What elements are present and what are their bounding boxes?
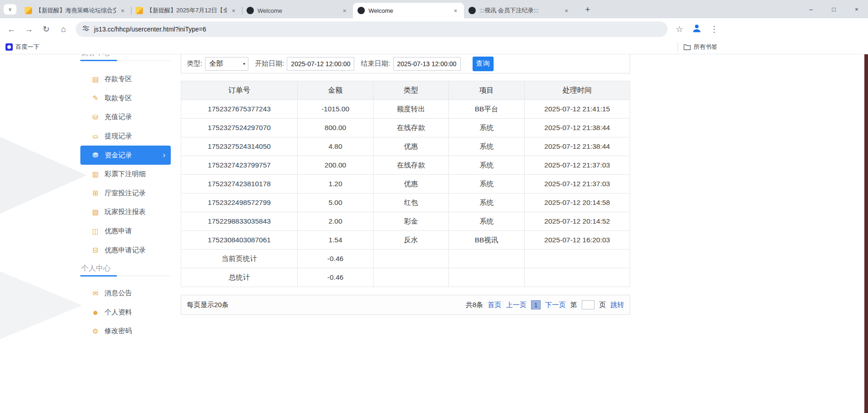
sidebar-item-lottery-bet-details[interactable]: ▥彩票下注明细	[80, 165, 171, 184]
tab-close-icon[interactable]: ×	[563, 7, 570, 15]
first-page-link[interactable]: 首页	[488, 301, 501, 309]
forward-arrow-icon: →	[25, 25, 33, 34]
new-tab-button[interactable]: +	[582, 4, 594, 15]
table-cell: 2025-07-12 21:38:44	[525, 119, 630, 137]
tab-close-icon[interactable]: ×	[119, 7, 126, 15]
tab-welcome-2[interactable]: Welcome×	[353, 3, 464, 18]
table-cell: 系统	[449, 137, 525, 156]
sidebar-item-recharge-records[interactable]: ⛁充值记录	[80, 108, 171, 127]
address-bar[interactable]: js13.cc/hhcp/usercenter.html?iniType=6	[76, 21, 668, 37]
tab-video-bet-records[interactable]: :::视讯 会员下注纪录:::×	[464, 3, 575, 18]
table-cell: -1015.00	[298, 100, 374, 119]
browser-menu-button[interactable]: ⋮	[706, 21, 722, 37]
tab-welcome-1[interactable]: Welcome×	[242, 3, 353, 18]
person-icon: ☻	[91, 308, 100, 316]
table-summary-cell: -0.46	[298, 268, 374, 287]
sidebar-item-label: 个人资料	[105, 308, 132, 317]
tab-title: 【新提醒】海燕策略论坛综合交	[36, 6, 116, 15]
table-cell: 1752327423799757	[181, 156, 298, 175]
close-button[interactable]: ×	[845, 0, 868, 18]
sidebar-item-deposit-zone[interactable]: ▤存款专区	[80, 70, 171, 89]
table-cell: 额度转出	[374, 100, 449, 119]
main-content: 类型: 全部 ▾ 开始日期: 结束日期: 查询 订单号金额类型项目处理时间175…	[181, 54, 630, 315]
table-cell: 彩金	[374, 212, 449, 231]
table-summary-cell: 总统计	[181, 268, 298, 287]
tab-forum-notice-1[interactable]: 【新提醒】海燕策略论坛综合交×	[20, 3, 131, 18]
sidebar-item-profile[interactable]: ☻个人资料	[80, 303, 171, 322]
page-jump-input[interactable]	[582, 300, 594, 309]
table-cell: 2025-07-12 16:20:03	[525, 231, 630, 250]
star-icon: ☆	[676, 24, 683, 34]
table-summary-cell	[449, 268, 525, 287]
site-settings-icon[interactable]	[82, 25, 89, 34]
forward-button[interactable]: →	[21, 21, 37, 37]
table-cell: 红包	[374, 193, 449, 212]
bookmark-label: 百度一下	[16, 43, 39, 51]
sidebar-item-hall-bet-records[interactable]: ⊞厅室投注记录	[80, 184, 171, 203]
type-select[interactable]: 全部 ▾	[205, 57, 248, 71]
query-button[interactable]: 查询	[473, 57, 494, 71]
minimize-icon: –	[809, 6, 812, 13]
jump-link[interactable]: 跳转	[610, 301, 624, 309]
end-date-input[interactable]	[393, 57, 461, 71]
sidebar-item-player-bet-report[interactable]: ▧玩家投注报表	[80, 203, 171, 222]
maximize-button[interactable]: □	[822, 0, 845, 18]
tab-title: :::视讯 会员下注纪录:::	[479, 6, 560, 15]
type-select-value: 全部	[209, 59, 223, 68]
sidebar-item-withdraw-zone[interactable]: ✎取款专区	[80, 89, 171, 108]
table-summary-cell: -0.46	[298, 250, 374, 268]
sidebar-item-label: 取款专区	[105, 94, 132, 103]
table-cell: 2025-07-12 20:14:52	[525, 212, 630, 231]
sidebar-item-funds-records[interactable]: ⛃资金记录›	[80, 146, 171, 165]
table-cell: 1.54	[298, 231, 374, 250]
navigation-bar: ← → ↻ ⌂ js13.cc/hhcp/usercenter.html?ini…	[0, 18, 868, 40]
table-cell: 1752327524314050	[181, 137, 298, 156]
bookmark-item-baidu[interactable]: 百度一下	[5, 43, 39, 51]
tab-forum-notice-2[interactable]: 【新提醒】2025年7月12日【全×	[131, 3, 242, 18]
next-page-link[interactable]: 下一页	[545, 301, 566, 309]
sidebar-item-change-password[interactable]: ⚙修改密码	[80, 322, 171, 341]
maximize-icon: □	[832, 6, 836, 13]
ticket-icon: ◫	[91, 227, 100, 235]
minimize-button[interactable]: –	[800, 0, 822, 18]
tab-search-button[interactable]: ∨	[4, 4, 16, 15]
sidebar-item-promo-application-records[interactable]: ⊟优惠申请记录	[80, 240, 171, 260]
tab-strip: ∨ 【新提醒】海燕策略论坛综合交×【新提醒】2025年7月12日【全×Welco…	[0, 0, 868, 18]
section-title-text: 个人中心	[81, 264, 110, 273]
section-underline-accent	[80, 60, 117, 61]
background-shape	[0, 262, 82, 349]
url-text[interactable]: js13.cc/hhcp/usercenter.html?iniType=6	[94, 26, 206, 33]
profile-button[interactable]	[689, 21, 705, 37]
page-background-strip	[864, 54, 868, 413]
tab-close-icon[interactable]: ×	[452, 7, 459, 15]
sidebar-item-messages[interactable]: ✉消息公告	[80, 284, 171, 303]
tab-close-icon[interactable]: ×	[230, 7, 237, 15]
all-bookmarks-label: 所有书签	[694, 43, 717, 51]
table-cell: 1752322498572799	[181, 193, 298, 212]
all-bookmarks-button[interactable]: 所有书签	[678, 42, 717, 52]
start-date-input[interactable]	[287, 57, 354, 71]
bookmark-star-button[interactable]: ☆	[672, 21, 687, 37]
back-arrow-icon: ←	[7, 25, 16, 34]
prev-page-link[interactable]: 上一页	[506, 301, 526, 309]
per-page-label: 每页显示20条	[187, 301, 229, 309]
current-page-indicator[interactable]: 1	[531, 300, 541, 309]
sidebar-item-withdrawal-records[interactable]: ⛀提现记录	[80, 127, 171, 146]
table-cell: 1.20	[298, 175, 374, 193]
home-button[interactable]: ⌂	[56, 21, 71, 37]
reload-button[interactable]: ↻	[38, 21, 54, 37]
dark-site-logo-icon	[468, 7, 476, 14]
table-cell: 1752327524297070	[181, 119, 298, 137]
sidebar-item-promo-application[interactable]: ◫优惠申请	[80, 222, 171, 241]
tab-close-icon[interactable]: ×	[341, 7, 348, 15]
total-count-label: 共8条	[466, 301, 483, 309]
plus-icon: +	[585, 5, 590, 15]
table-cell: 2.00	[298, 212, 374, 231]
sidebar-item-label: 厅室投注记录	[105, 189, 146, 198]
section-title-text: 财务中心	[81, 54, 110, 58]
sidebar-item-label: 玩家投注报表	[105, 208, 146, 216]
dark-site-logo-icon	[247, 7, 254, 14]
back-button[interactable]: ←	[4, 21, 19, 37]
tab-title: Welcome	[258, 7, 338, 14]
table-summary-cell: 当前页统计	[181, 250, 298, 268]
